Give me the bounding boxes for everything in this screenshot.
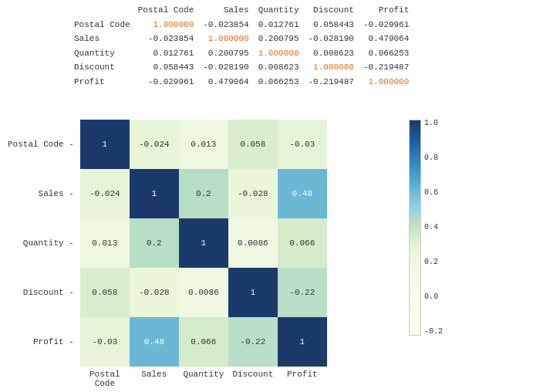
cell-2-1: 0.200795 xyxy=(198,46,253,61)
heatmap-wrap: 1-0.0240.0130.058-0.03-0.02410.2-0.0280.… xyxy=(80,120,327,388)
col-header-sales: Sales xyxy=(198,3,253,18)
heatmap-cell-3-1: -0.028 xyxy=(130,268,179,317)
heatmap-cell-2-1: 0.2 xyxy=(130,218,179,268)
colorbar-tick-label: 0.6 xyxy=(424,189,443,197)
cell-2-2: 1.000000 xyxy=(254,46,304,61)
cell-2-0: 0.012761 xyxy=(133,46,199,61)
col-header-discount: Discount xyxy=(303,3,358,18)
correlation-table: Postal Code Sales Quantity Discount Prof… xyxy=(69,3,413,89)
cell-3-4: -0.219487 xyxy=(359,60,413,75)
heatmap-cell-4-2: 0.066 xyxy=(179,317,228,367)
heatmap-row-labels: Postal Code -Sales -Quantity -Discount -… xyxy=(8,120,77,367)
heatmap-cell-3-3: 1 xyxy=(228,268,278,317)
cell-4-2: 0.066253 xyxy=(254,75,304,90)
heatmap-cell-1-3: -0.028 xyxy=(228,169,278,218)
cell-4-4: 1.000000 xyxy=(359,75,413,90)
heatmap-row-label: Profit - xyxy=(8,317,77,367)
cell-0-0: 1.000000 xyxy=(133,18,199,32)
heatmap-cell-2-2: 1 xyxy=(179,218,228,268)
cell-1-1: 1.000000 xyxy=(198,32,253,46)
cell-1-0: -0.023854 xyxy=(133,32,199,46)
heatmap-cell-4-1: 0.48 xyxy=(130,317,179,367)
heatmap-cell-4-4: 1 xyxy=(278,317,327,367)
colorbar: 1.00.80.60.40.20.0-0.2 xyxy=(409,120,443,336)
heatmap-cell-1-4: 0.48 xyxy=(278,169,327,218)
heatmap-cell-2-0: 0.013 xyxy=(80,218,130,268)
heatmap-grid: 1-0.0240.0130.058-0.03-0.02410.2-0.0280.… xyxy=(80,120,327,367)
cell-3-0: 0.058443 xyxy=(133,60,199,75)
colorbar-tick-label: -0.2 xyxy=(424,328,443,336)
cell-0-2: 0.012761 xyxy=(254,18,304,32)
cell-4-3: -0.219487 xyxy=(303,75,358,90)
heatmap-col-label: Discount xyxy=(228,370,278,388)
heatmap-cell-1-2: 0.2 xyxy=(179,169,228,218)
row-label-profit: Profit xyxy=(69,75,133,90)
heatmap-cell-0-3: 0.058 xyxy=(228,120,278,169)
cell-1-2: 0.200795 xyxy=(254,32,304,46)
row-label-sales: Sales xyxy=(69,32,133,46)
colorbar-tick-label: 0.8 xyxy=(424,154,443,162)
heatmap-cell-4-0: -0.03 xyxy=(80,317,130,367)
colorbar-labels: 1.00.80.60.40.20.0-0.2 xyxy=(424,120,443,336)
heatmap-row-label: Postal Code - xyxy=(8,120,77,169)
row-label-quantity: Quantity xyxy=(69,46,133,61)
cell-4-1: 0.479064 xyxy=(198,75,253,90)
heatmap-cell-3-4: -0.22 xyxy=(278,268,327,317)
heatmap-row-label: Discount - xyxy=(8,268,77,317)
col-header-quantity: Quantity xyxy=(254,3,304,18)
heatmap-cell-4-3: -0.22 xyxy=(228,317,278,367)
cell-4-0: -0.029961 xyxy=(133,75,199,90)
heatmap-cell-1-1: 1 xyxy=(130,169,179,218)
heatmap-cell-3-2: 0.0086 xyxy=(179,268,228,317)
heatmap-col-label: Sales xyxy=(130,370,179,388)
heatmap-cell-0-4: -0.03 xyxy=(278,120,327,169)
heatmap-cell-1-0: -0.024 xyxy=(80,169,130,218)
cell-1-4: 0.479064 xyxy=(359,32,413,46)
cell-0-4: -0.029961 xyxy=(359,18,413,32)
heatmap-cell-0-2: 0.013 xyxy=(179,120,228,169)
colorbar-tick-label: 1.0 xyxy=(424,120,443,127)
heatmap-cell-0-0: 1 xyxy=(80,120,130,169)
heatmap-col-label: Profit xyxy=(278,370,327,388)
heatmap-cell-2-4: 0.066 xyxy=(278,218,327,268)
heatmap-cell-3-0: 0.058 xyxy=(80,268,130,317)
colorbar-gradient xyxy=(409,120,421,336)
row-label-postalcode: Postal Code xyxy=(69,18,133,32)
row-label-discount: Discount xyxy=(69,60,133,75)
cell-1-3: -0.028190 xyxy=(303,32,358,46)
col-header-postalcode: Postal Code xyxy=(133,3,199,18)
heatmap-col-labels: Postal CodeSalesQuantityDiscountProfit xyxy=(80,370,327,388)
heatmap-col-label: Quantity xyxy=(179,370,228,388)
colorbar-tick-label: 0.0 xyxy=(424,293,443,301)
heatmap-row-label: Quantity - xyxy=(8,218,77,268)
colorbar-tick-label: 0.2 xyxy=(424,259,443,266)
heatmap-cell-0-1: -0.024 xyxy=(130,120,179,169)
heatmap-col-label: Postal Code xyxy=(80,370,130,388)
cell-2-3: 0.008623 xyxy=(303,46,358,61)
heatmap-container: Postal Code -Sales -Quantity -Discount -… xyxy=(8,120,327,388)
heatmap-cell-2-3: 0.0086 xyxy=(228,218,278,268)
heatmap-row-label: Sales - xyxy=(8,169,77,218)
col-header-profit: Profit xyxy=(359,3,413,18)
cell-3-2: 0.008623 xyxy=(254,60,304,75)
cell-3-1: -0.028190 xyxy=(198,60,253,75)
cell-3-3: 1.000000 xyxy=(303,60,358,75)
cell-2-4: 0.066253 xyxy=(359,46,413,61)
colorbar-tick-label: 0.4 xyxy=(424,224,443,231)
cell-0-1: -0.023854 xyxy=(198,18,253,32)
cell-0-3: 0.058443 xyxy=(303,18,358,32)
